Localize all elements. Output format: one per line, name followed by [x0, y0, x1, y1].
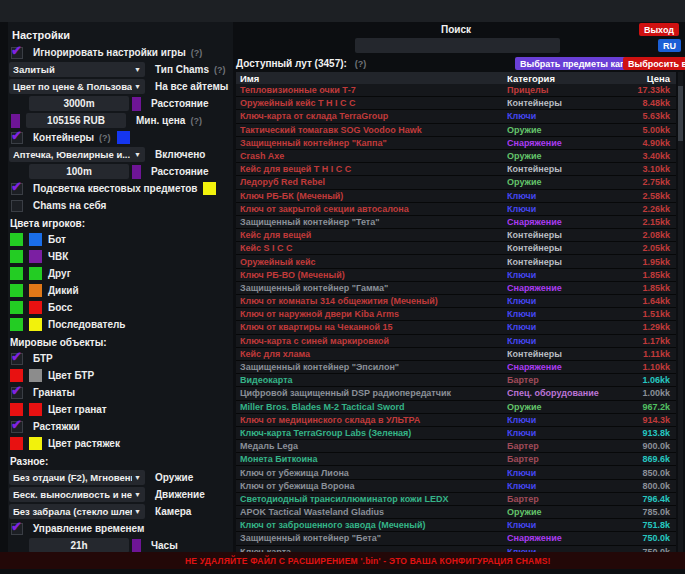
table-row[interactable]: Тепловизионные очки Т-7Прицелы17.33kk: [236, 84, 676, 97]
table-row[interactable]: Тактический томагавк SOG Voodoo HawkОруж…: [236, 124, 676, 137]
select-kappa-items-button[interactable]: Выбрать предметы каппа: [515, 57, 641, 70]
color-swatch[interactable]: [132, 539, 141, 553]
text-input[interactable]: 100m: [29, 164, 129, 179]
help-icon[interactable]: (?): [191, 48, 203, 58]
color-swatch[interactable]: [11, 114, 20, 128]
checkbox[interactable]: ✔: [11, 183, 23, 195]
text-input[interactable]: 3000m: [29, 96, 129, 111]
scrollbar-thumb[interactable]: [678, 86, 683, 141]
color-swatch[interactable]: [29, 403, 42, 416]
checkmark-icon: ✔: [11, 179, 22, 194]
table-row[interactable]: Монета БиткоинаБартер869.6k: [236, 453, 676, 466]
scrollbar[interactable]: [678, 72, 683, 552]
help-icon[interactable]: (?): [355, 59, 367, 69]
table-row[interactable]: Цифровой защищенный DSP радиопередатчикС…: [236, 387, 676, 400]
table-row[interactable]: Кейс для вещейКонтейнеры2.08kk: [236, 229, 676, 242]
table-row[interactable]: Защищенный контейнер "Тета"Снаряжение2.1…: [236, 216, 676, 229]
color-swatch[interactable]: [10, 284, 23, 297]
table-row[interactable]: Оружейный кейс T H I C CКонтейнеры8.48kk: [236, 97, 676, 110]
table-row[interactable]: Ледоруб Red RebelОружие2.75kk: [236, 176, 676, 189]
table-row[interactable]: APOK Tactical Wasteland GladiusОружие785…: [236, 506, 676, 519]
table-row[interactable]: Оружейный кейсКонтейнеры1.95kk: [236, 255, 676, 268]
help-icon[interactable]: (?): [214, 65, 226, 75]
item-category: Контейнеры: [507, 257, 612, 267]
table-row[interactable]: Ключ от убежища ВоронаКлючи800.0k: [236, 480, 676, 493]
dropdown[interactable]: Залитый▼: [9, 62, 145, 77]
color-swatch[interactable]: [29, 233, 42, 246]
checkbox[interactable]: ✔: [11, 132, 23, 144]
checkbox[interactable]: ✔: [11, 421, 23, 433]
color-swatch[interactable]: [29, 437, 42, 450]
color-swatch[interactable]: [10, 250, 23, 263]
table-row[interactable]: ВидеокартаБартер1.06kk: [236, 374, 676, 387]
help-icon[interactable]: (?): [99, 133, 111, 143]
search-input[interactable]: [355, 38, 560, 53]
setting-label: Контейнеры: [33, 132, 94, 143]
table-row[interactable]: Медаль LegaБартер900.0k: [236, 440, 676, 453]
color-swatch[interactable]: [10, 267, 23, 280]
table-row[interactable]: Ключ РБ-ВО (Меченый)Ключи1.85kk: [236, 269, 676, 282]
table-row[interactable]: Crash AxeОружие3.40kk: [236, 150, 676, 163]
language-button[interactable]: RU: [658, 39, 681, 52]
dropdown[interactable]: Цвет по цене & Пользователь▼: [9, 79, 145, 94]
table-row[interactable]: Кейс для вещей T H I C CКонтейнеры3.10kk: [236, 163, 676, 176]
color-swatch[interactable]: [29, 369, 42, 382]
color-swatch[interactable]: [29, 250, 42, 263]
color-swatch[interactable]: [29, 318, 42, 331]
table-row[interactable]: Ключ РБ-БК (Меченый)Ключи2.58kk: [236, 190, 676, 203]
color-swatch[interactable]: [29, 284, 42, 297]
table-row[interactable]: Ключ от наружной двери Kiba ArmsКлючи1.5…: [236, 308, 676, 321]
color-swatch[interactable]: [10, 233, 23, 246]
table-row[interactable]: Ключ от закрытой секции автосалонаКлючи2…: [236, 203, 676, 216]
dropdown[interactable]: Беск. выносливость и нет уста▼: [9, 487, 145, 502]
table-row[interactable]: Ключ от убежища ЛионаКлючи850.0k: [236, 466, 676, 479]
color-swatch[interactable]: [10, 369, 23, 382]
settings-row: Залитый▼Тип Chams(?): [9, 61, 233, 78]
dropdown[interactable]: Аптечка, Ювелирные и...▼: [9, 147, 145, 162]
color-swatch[interactable]: [132, 165, 141, 179]
text-input[interactable]: 105156 RUB: [26, 113, 126, 128]
table-row[interactable]: Ключ-карта с синей маркировкойКлючи1.17k…: [236, 335, 676, 348]
item-price: 913.8k: [612, 428, 676, 438]
table-row[interactable]: Защищенный контейнер "Бета"Снаряжение750…: [236, 532, 676, 545]
checkbox[interactable]: ✔: [11, 353, 23, 365]
color-swatch[interactable]: [132, 97, 141, 111]
color-swatch[interactable]: [203, 182, 216, 195]
color-swatch[interactable]: [10, 318, 23, 331]
table-row[interactable]: Ключ-карта от склада TerraGroupКлючи5.63…: [236, 110, 676, 123]
drop-all-button[interactable]: Выбросить все: [623, 57, 685, 70]
checkbox[interactable]: [11, 200, 23, 212]
dropdown[interactable]: Без отдачи (F2), Мгновенное п▼: [9, 470, 145, 485]
table-row[interactable]: Ключ от комнаты 314 общежития (Меченый)К…: [236, 295, 676, 308]
text-input[interactable]: 21h: [29, 538, 129, 553]
color-swatch[interactable]: [29, 301, 42, 314]
table-row[interactable]: Miller Bros. Blades M-2 Tactical SwordОр…: [236, 401, 676, 414]
table-row[interactable]: Ключ от квартиры на Чеканной 15Ключи1.29…: [236, 321, 676, 334]
setting-label: Друг: [48, 268, 71, 279]
column-price[interactable]: Цена: [612, 73, 676, 84]
dropdown[interactable]: Без забрала (стекло шлема)▼: [9, 504, 145, 519]
table-row[interactable]: Кейс для хламаКонтейнеры1.11kk: [236, 348, 676, 361]
table-row[interactable]: Светодиодный трансиллюминатор кожи LEDXБ…: [236, 493, 676, 506]
table-row[interactable]: Защищенный контейнер "Гамма"Снаряжение1.…: [236, 282, 676, 295]
checkbox[interactable]: ✔: [11, 523, 23, 535]
checkbox[interactable]: ✔: [11, 47, 23, 59]
item-name: Ключ РБ-ВО (Меченый): [236, 270, 507, 280]
table-row[interactable]: Защищенный контейнер "Эпсилон"Снаряжение…: [236, 361, 676, 374]
settings-row: Цвет БТР: [9, 367, 233, 384]
color-swatch[interactable]: [10, 437, 23, 450]
table-row[interactable]: Защищенный контейнер "Каппа"Снаряжение4.…: [236, 137, 676, 150]
table-row[interactable]: Ключ от заброшенного завода (Меченый)Клю…: [236, 519, 676, 532]
column-category[interactable]: Категория: [507, 73, 612, 84]
checkbox[interactable]: ✔: [11, 387, 23, 399]
help-icon[interactable]: (?): [190, 116, 202, 126]
table-row[interactable]: Кейс S I C CКонтейнеры2.05kk: [236, 242, 676, 255]
color-swatch[interactable]: [10, 301, 23, 314]
exit-button[interactable]: Выход: [639, 23, 679, 36]
column-name[interactable]: Имя: [236, 73, 507, 84]
color-swatch[interactable]: [117, 131, 130, 144]
color-swatch[interactable]: [29, 267, 42, 280]
table-row[interactable]: Ключ-карта TerraGroup Labs (Зеленая)Ключ…: [236, 427, 676, 440]
color-swatch[interactable]: [10, 403, 23, 416]
table-row[interactable]: Ключ от медицинского склада в УЛЬТРАКлюч…: [236, 414, 676, 427]
